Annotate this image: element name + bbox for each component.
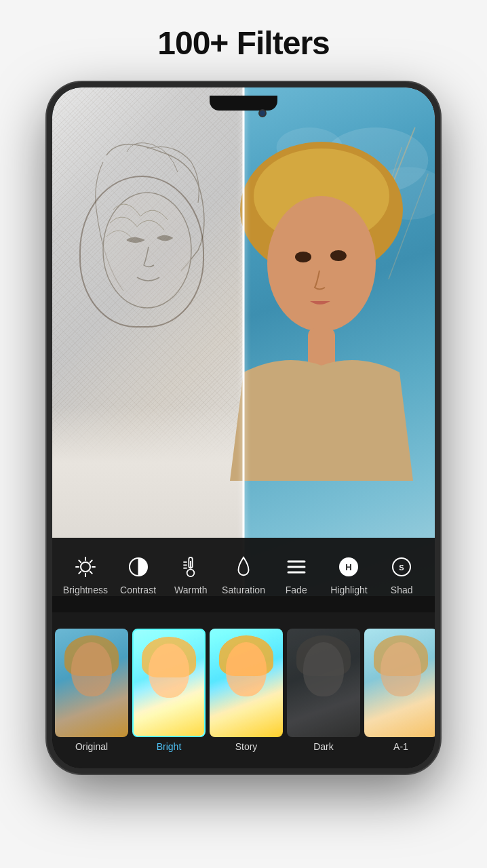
volume-button [47,257,50,304]
warmth-tool[interactable]: Warmth [164,549,217,601]
filter-thumb-a1 [364,629,435,737]
warmth-icon [178,555,203,579]
filter-thumb-original [55,629,128,737]
saturation-tool[interactable]: Saturation [217,549,270,601]
highlight-tool[interactable]: H Highlight [323,549,376,601]
fade-label: Fade [286,585,307,595]
thumb-face [71,642,112,696]
shadow-label: Shad [391,585,413,595]
contrast-label: Contrast [120,585,156,595]
svg-text:H: H [346,562,352,572]
filter-a1[interactable]: A-1 [364,629,435,752]
fade-tool[interactable]: Fade [270,549,323,601]
filter-label-original: Original [75,741,108,752]
brightness-tool[interactable]: Brightness [59,549,112,601]
svg-point-26 [187,570,195,577]
contrast-icon [126,555,151,579]
highlight-label: Highlight [330,585,367,595]
filter-thumb-dark [287,629,360,737]
shadow-tool[interactable]: S Shad [375,549,428,601]
phone-mockup: Brightness Contrast [47,82,440,774]
contrast-tool[interactable]: Contrast [112,549,165,601]
page-title: 100+ Filters [157,24,330,62]
thumb-face-dark [303,642,344,696]
brightness-label: Brightness [63,585,108,595]
saturation-icon [231,555,256,579]
filter-original[interactable]: Original [55,629,128,752]
adjustment-toolbar: Brightness Contrast [52,538,435,612]
svg-point-0 [103,193,191,308]
brightness-icon [73,555,98,579]
person-color [203,142,435,481]
svg-point-13 [81,562,90,572]
svg-line-21 [79,572,81,574]
color-side [244,87,435,596]
filter-strip: Original Bright Story [52,612,435,768]
thumb-face-story [226,642,267,696]
phone-screen: Brightness Contrast [52,87,435,768]
filter-thumb-bright [132,629,206,737]
power-button [437,223,440,264]
svg-line-20 [90,560,92,562]
warmth-label: Warmth [174,585,207,595]
svg-point-10 [295,252,311,262]
svg-line-18 [79,560,81,562]
svg-line-19 [90,572,92,574]
volume-button-right [437,277,440,345]
fade-icon [284,555,309,579]
filter-dark[interactable]: Dark [287,629,360,752]
phone-shell: Brightness Contrast [47,82,440,774]
filter-story[interactable]: Story [210,629,283,752]
filter-label-a1: A-1 [393,741,408,752]
filter-label-story: Story [235,741,258,752]
image-area [52,87,435,596]
filter-label-dark: Dark [313,741,334,752]
thumb-face-bright [149,644,189,698]
svg-text:S: S [400,564,404,572]
filter-label-bright: Bright [157,741,182,752]
filter-thumb-story [210,629,283,737]
svg-point-9 [267,196,376,332]
highlight-icon: H [336,555,361,579]
filter-bright[interactable]: Bright [132,629,206,752]
front-camera [258,109,267,117]
saturation-label: Saturation [222,585,265,595]
thumb-face-a1 [381,642,421,696]
phone-notch [210,96,277,111]
svg-point-11 [330,250,347,261]
shadow-icon: S [389,555,414,579]
split-divider [243,87,245,596]
